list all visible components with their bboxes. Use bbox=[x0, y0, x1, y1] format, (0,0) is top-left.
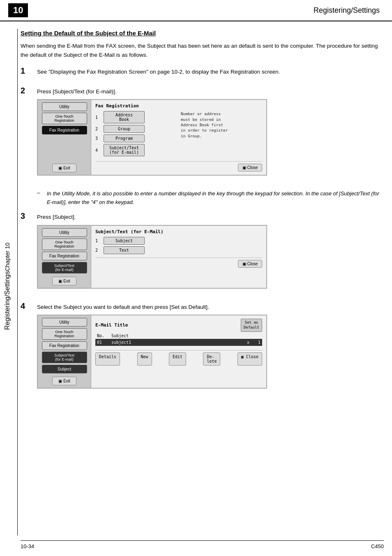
subject-text-btn[interactable]: Subject/Text(for E-mail) bbox=[104, 144, 145, 156]
step-1-content: See "Displaying the Fax Registration Scr… bbox=[37, 67, 384, 80]
header-title: Registering/Settings bbox=[314, 6, 380, 15]
close-btn-2[interactable]: ▣ Close bbox=[238, 260, 262, 268]
header: 10 Registering/Settings bbox=[0, 0, 392, 21]
step-4: 4 Select the Subject you want to default… bbox=[21, 303, 384, 396]
one-touch-btn-3[interactable]: One-TouchRegistration bbox=[42, 328, 87, 340]
close-icon-2: ▣ bbox=[242, 262, 246, 266]
email-header-row: E-Mail Title Set asDefault bbox=[95, 319, 262, 331]
section-heading: Setting the Default of the Subject of th… bbox=[21, 30, 384, 37]
screen-right-2: Subject/Text (for E-Mail) 1 Subject 2 Te… bbox=[91, 226, 266, 288]
exit-btn-1[interactable]: ▣ Exit bbox=[52, 164, 76, 172]
step-3-number: 3 bbox=[21, 211, 37, 221]
utility-btn-2[interactable]: Utility bbox=[42, 228, 87, 237]
footer-page: 10-34 bbox=[21, 543, 34, 549]
screen-mockup-2: Utility One-TouchRegistration Fax Regist… bbox=[37, 225, 267, 289]
screen-left-3: Utility One-TouchRegistration Fax Regist… bbox=[38, 315, 91, 388]
subject-nav-btn-3[interactable]: Subject bbox=[42, 365, 87, 373]
details-btn[interactable]: Details bbox=[95, 352, 120, 366]
note-dash: – bbox=[37, 190, 47, 196]
exit-btn-2[interactable]: ▣ Exit bbox=[52, 277, 76, 285]
menu-item-1-4: 4 Subject/Text(for E-mail) bbox=[95, 144, 177, 156]
screen-title-2: Subject/Text (for E-Mail) bbox=[95, 229, 262, 234]
program-btn[interactable]: Program bbox=[104, 134, 145, 142]
exit-btn-3[interactable]: ▣ Exit bbox=[52, 377, 76, 385]
exit-label-1: Exit bbox=[63, 166, 70, 170]
step-1: 1 See "Displaying the Fax Registration S… bbox=[21, 67, 384, 80]
subject-text-nav-btn[interactable]: Subject/Text(for E-mail) bbox=[42, 262, 87, 273]
fax-reg-btn-3[interactable]: Fax Registration bbox=[42, 341, 87, 350]
subject-btn[interactable]: Subject bbox=[104, 237, 145, 245]
footer: 10-34 C450 bbox=[21, 540, 384, 549]
screen-bottom-2: ▣ Close bbox=[95, 257, 262, 268]
address-book-btn[interactable]: AddressBook bbox=[104, 111, 145, 123]
sidebar-border bbox=[17, 29, 18, 535]
exit-label-2: Exit bbox=[63, 279, 70, 283]
step-2-content: Press [Subject/Text (for E-mail)]. Utili… bbox=[37, 87, 384, 183]
one-touch-btn-2[interactable]: One-TouchRegistration bbox=[42, 239, 87, 250]
screen-bottom-1: ▣ Close bbox=[95, 161, 262, 171]
fax-reg-btn-1[interactable]: Fax Registration bbox=[42, 126, 87, 134]
close-label-1: Close bbox=[247, 165, 258, 170]
exit-icon-3: ▣ bbox=[58, 379, 62, 383]
step-2-text: Press [Subject/Text (for E-mail)]. bbox=[37, 87, 384, 96]
screen-mockup-1: Utility One-TouchRegistration Fax Regist… bbox=[37, 99, 267, 176]
step-3-text: Press [Subject]. bbox=[37, 213, 384, 222]
step-2: 2 Press [Subject/Text (for E-mail)]. Uti… bbox=[21, 87, 384, 183]
close-btn-3[interactable]: ▣ Close bbox=[238, 352, 262, 366]
col-subject-header: Subject bbox=[111, 334, 261, 338]
menu-item-1-2: 2 Group bbox=[95, 125, 177, 133]
exit-icon-2: ▣ bbox=[58, 279, 62, 283]
screen-note-1: Number or addressmust be stored inAddres… bbox=[181, 111, 262, 138]
new-btn[interactable]: New bbox=[137, 352, 152, 366]
screen-right-1: Fax Registration 1 AddressBook 2 Group bbox=[91, 100, 266, 175]
edit-btn[interactable]: Edit bbox=[169, 352, 186, 366]
utility-btn-1[interactable]: Utility bbox=[42, 102, 87, 111]
group-btn[interactable]: Group bbox=[104, 125, 145, 133]
fax-reg-btn-2[interactable]: Fax Registration bbox=[42, 252, 87, 260]
step-4-text: Select the Subject you want to default a… bbox=[37, 303, 384, 312]
sidebar-chapter: Chapter 10 bbox=[4, 243, 11, 271]
email-row-subject: subject1 bbox=[111, 340, 244, 345]
email-row-num: 1 bbox=[252, 340, 261, 345]
step-4-content: Select the Subject you want to default a… bbox=[37, 303, 384, 396]
sidebar-section: Registering/Settings bbox=[4, 271, 11, 330]
email-row-1[interactable]: 01 subject1 x 1 bbox=[95, 339, 262, 346]
close-label-2: Close bbox=[247, 262, 258, 266]
email-title-label: E-Mail Title bbox=[95, 322, 128, 328]
close-icon-3: ▣ bbox=[241, 354, 244, 359]
sidebar-label: Chapter 10 Registering/Settings bbox=[0, 33, 15, 535]
step-3: 3 Press [Subject]. Utility One-TouchRegi… bbox=[21, 213, 384, 295]
screen-mockup-3: Utility One-TouchRegistration Fax Regist… bbox=[37, 315, 267, 389]
screen-left-1: Utility One-TouchRegistration Fax Regist… bbox=[38, 100, 91, 175]
step-1-number: 1 bbox=[21, 66, 37, 76]
step-2-number: 2 bbox=[21, 86, 37, 95]
subject-text-nav-btn-3[interactable]: Subject/Text(for E-mail) bbox=[42, 352, 87, 363]
step-1-text: See "Displaying the Fax Registration Scr… bbox=[37, 67, 384, 76]
set-default-btn[interactable]: Set asDefault bbox=[241, 319, 262, 331]
main-content: Setting the Default of the Subject of th… bbox=[21, 21, 384, 395]
email-row-no: 01 bbox=[97, 340, 111, 345]
screen-title-1: Fax Registration bbox=[95, 103, 262, 109]
menu-item-2-2: 2 Text bbox=[95, 246, 262, 254]
close-btn-1[interactable]: ▣ Close bbox=[238, 164, 262, 171]
screen-right-3: E-Mail Title Set asDefault No. Subject 0… bbox=[91, 315, 266, 388]
footer-model: C450 bbox=[371, 543, 384, 549]
delete-btn[interactable]: De-lete bbox=[203, 352, 220, 366]
exit-icon-1: ▣ bbox=[58, 166, 62, 170]
menu-item-1-1: 1 AddressBook bbox=[95, 111, 177, 123]
note-text: In the Utility Mode, it is also possible… bbox=[47, 190, 384, 207]
close-icon-1: ▣ bbox=[242, 165, 246, 170]
screen-left-2: Utility One-TouchRegistration Fax Regist… bbox=[38, 226, 91, 288]
note-item: – In the Utility Mode, it is also possib… bbox=[37, 190, 384, 207]
chapter-number: 10 bbox=[8, 3, 28, 17]
exit-label-3: Exit bbox=[63, 379, 70, 383]
utility-btn-3[interactable]: Utility bbox=[42, 318, 87, 327]
page: 10 Registering/Settings Chapter 10 Regis… bbox=[0, 0, 392, 556]
one-touch-btn-1[interactable]: One-TouchRegistration bbox=[42, 113, 87, 124]
email-col-headers: No. Subject bbox=[95, 334, 262, 338]
col-no-header: No. bbox=[97, 334, 111, 338]
text-btn[interactable]: Text bbox=[104, 246, 145, 254]
intro-text: When sending the E-Mail from the FAX scr… bbox=[21, 42, 384, 59]
email-bottom-btns: Details New Edit De-lete ▣ Close bbox=[95, 350, 262, 366]
menu-item-2-1: 1 Subject bbox=[95, 237, 262, 245]
